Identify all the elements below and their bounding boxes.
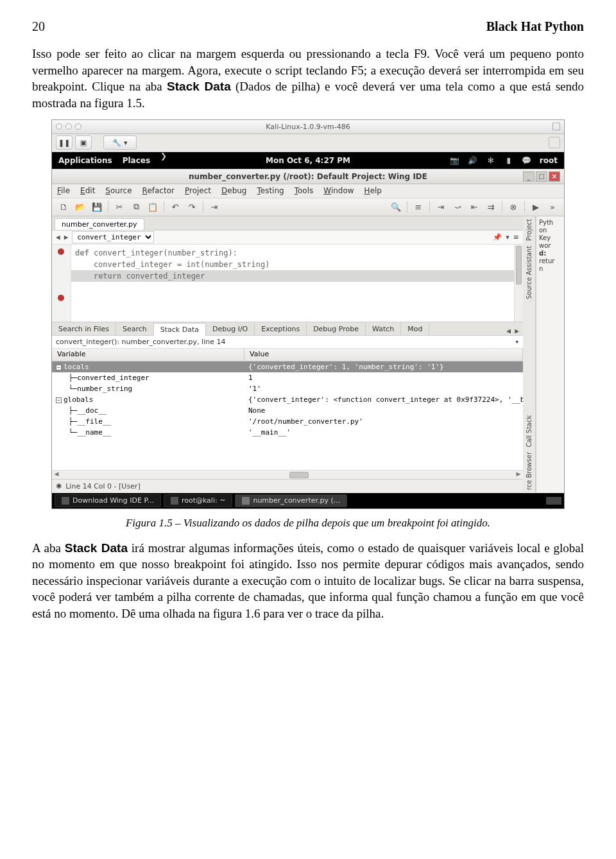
open-file-icon[interactable]: 📂 — [73, 200, 88, 214]
menu-testing[interactable]: Testing — [257, 186, 284, 195]
redo-icon[interactable]: ↷ — [184, 200, 200, 214]
menu-debug[interactable]: Debug — [221, 186, 246, 195]
options-icon[interactable]: ≡ — [513, 233, 519, 241]
copy-icon[interactable]: ⧉ — [128, 200, 144, 214]
breakpoint-marker[interactable] — [58, 295, 64, 301]
volume-icon[interactable]: 🔊 — [468, 155, 478, 166]
chat-icon[interactable]: 💬 — [522, 155, 532, 166]
run-icon[interactable]: ▶ — [528, 200, 543, 214]
menu-project[interactable]: Project — [185, 186, 211, 195]
paste-icon[interactable]: 📋 — [145, 200, 160, 214]
traffic-lights[interactable] — [56, 123, 81, 130]
step-over-icon[interactable]: ⤻ — [450, 200, 465, 214]
expand-icon[interactable] — [552, 123, 560, 130]
bluetooth-icon[interactable]: ✻ — [486, 155, 496, 166]
breakpoint-marker[interactable] — [58, 248, 64, 255]
vm-toolbar: ❚❚ ▣ 🔧 ▾ — [52, 134, 564, 152]
table-row[interactable]: −globals {'convert_integer': <function c… — [52, 394, 523, 405]
fullscreen-icon[interactable] — [549, 137, 560, 148]
stack-frame-selector[interactable]: convert_integer(): number_converter.py, … — [52, 336, 523, 349]
tab-debug-io[interactable]: Debug I/O — [206, 323, 255, 335]
side-tab-browser[interactable]: rce Browser — [523, 449, 536, 492]
workspace-switcher[interactable] — [546, 497, 561, 505]
menu-edit[interactable]: Edit — [80, 186, 95, 195]
remove-bp-icon[interactable]: ⊗ — [506, 200, 521, 214]
menu-help[interactable]: Help — [364, 186, 382, 195]
menu-source[interactable]: Source — [105, 186, 132, 195]
tools-icon[interactable]: 🔧 ▾ — [103, 135, 137, 150]
tab-search-in-files[interactable]: Search in Files — [52, 323, 116, 335]
side-tab-project[interactable]: Project — [523, 216, 536, 243]
symbol-selector[interactable]: convert_integer — [72, 231, 154, 243]
tabs-scroll-icon[interactable]: ◀ ▶ — [502, 327, 523, 335]
stack-columns: Variable Value — [52, 349, 523, 361]
tab-debug-probe[interactable]: Debug Probe — [307, 323, 366, 335]
tab-watch[interactable]: Watch — [366, 323, 401, 335]
tab-modules[interactable]: Mod — [401, 323, 429, 335]
tab-exceptions[interactable]: Exceptions — [255, 323, 307, 335]
code-line: converted_integer = int(number_string) — [71, 259, 514, 270]
step-out-icon[interactable]: ⇤ — [466, 200, 482, 214]
search-icon[interactable]: 🔍 — [388, 200, 404, 214]
stack-data-table: −locals {'converted_integer': 1, 'number… — [52, 361, 523, 438]
bottom-tabs: Search in Files Search Stack Data Debug … — [52, 322, 523, 336]
cut-icon[interactable]: ✂ — [112, 200, 127, 214]
dropdown-icon[interactable]: ▾ — [506, 233, 509, 241]
table-row[interactable]: ├─__doc__ None — [52, 405, 523, 416]
vertical-scrollbar[interactable] — [514, 245, 523, 322]
nav-fwd-icon[interactable]: ▶ — [64, 233, 69, 241]
table-row[interactable]: └─number_string '1' — [52, 383, 523, 394]
taskbar-item[interactable]: root@kali: ~ — [164, 494, 233, 507]
maximize-icon[interactable]: □ — [536, 171, 547, 182]
pin-icon[interactable]: 📌 — [493, 233, 502, 241]
nav-back-icon[interactable]: ◀ — [56, 233, 60, 241]
book-title: Black Hat Python — [486, 19, 584, 34]
new-file-icon[interactable]: 🗋 — [56, 200, 71, 214]
table-row[interactable]: −locals {'converted_integer': 1, 'number… — [52, 361, 523, 372]
snapshot-icon[interactable]: ▣ — [75, 135, 92, 150]
more-icon[interactable]: » — [545, 200, 560, 214]
taskbar-item[interactable]: number_converter.py (... — [235, 494, 347, 507]
editor-tab[interactable]: number_converter.py — [55, 218, 144, 230]
tab-stack-data[interactable]: Stack Data — [154, 323, 206, 336]
status-icon: ✱ — [56, 482, 62, 490]
chevron-down-icon[interactable]: ▾ — [515, 338, 519, 346]
pause-icon[interactable]: ❚❚ — [56, 135, 73, 150]
menu-tools[interactable]: Tools — [295, 186, 314, 195]
taskbar-item[interactable]: Download Wing IDE P... — [55, 494, 161, 507]
user-menu[interactable]: root — [540, 156, 558, 165]
clock[interactable]: Mon Oct 6, 4:27 PM — [266, 156, 350, 165]
table-row[interactable]: └─__name__ '__main__' — [52, 427, 523, 438]
code-editor[interactable]: def convert_integer(number_string): conv… — [52, 245, 523, 322]
battery-icon[interactable]: ▮ — [504, 155, 514, 166]
table-row[interactable]: ├─__file__ '/root/number_converter.py' — [52, 416, 523, 427]
right-sidebar: Project Source Assistant Call Stack rce … — [523, 216, 564, 493]
goto-icon[interactable]: ⇥ — [207, 200, 222, 214]
status-bar: ✱ Line 14 Col 0 - [User] — [52, 479, 523, 493]
table-row[interactable]: ├─converted_integer 1 — [52, 372, 523, 383]
minimize-icon[interactable]: _ — [523, 171, 535, 182]
col-variable[interactable]: Variable — [52, 349, 244, 361]
side-tab-callstack[interactable]: Call Stack — [523, 413, 536, 450]
undo-icon[interactable]: ↶ — [167, 200, 183, 214]
camera-icon[interactable]: 📷 — [450, 155, 460, 166]
gutter[interactable] — [52, 245, 71, 322]
applications-menu[interactable]: Applications — [58, 156, 112, 165]
close-icon[interactable]: × — [549, 171, 560, 182]
indent-icon[interactable]: ≡ — [411, 200, 426, 214]
menu-window[interactable]: Window — [323, 186, 354, 195]
places-menu[interactable]: Places — [123, 156, 150, 165]
menu-file[interactable]: File — [57, 186, 70, 195]
menu-bar: File Edit Source Refactor Project Debug … — [52, 184, 564, 198]
continue-icon[interactable]: ⇉ — [483, 200, 499, 214]
save-icon[interactable]: 💾 — [89, 200, 105, 214]
tab-search[interactable]: Search — [116, 323, 154, 335]
step-in-icon[interactable]: ⇥ — [433, 200, 449, 214]
window-titlebar: number_converter.py (/root): Default Pro… — [52, 169, 564, 184]
horizontal-scrollbar[interactable]: ◀▶ — [52, 470, 523, 479]
paragraph-2: A aba Stack Data irá mostrar algumas inf… — [32, 540, 584, 622]
terminal-launcher-icon[interactable]: ❯_ — [160, 155, 171, 166]
side-tab-assistant[interactable]: Source Assistant — [523, 243, 536, 413]
col-value[interactable]: Value — [244, 349, 523, 361]
menu-refactor[interactable]: Refactor — [142, 186, 175, 195]
